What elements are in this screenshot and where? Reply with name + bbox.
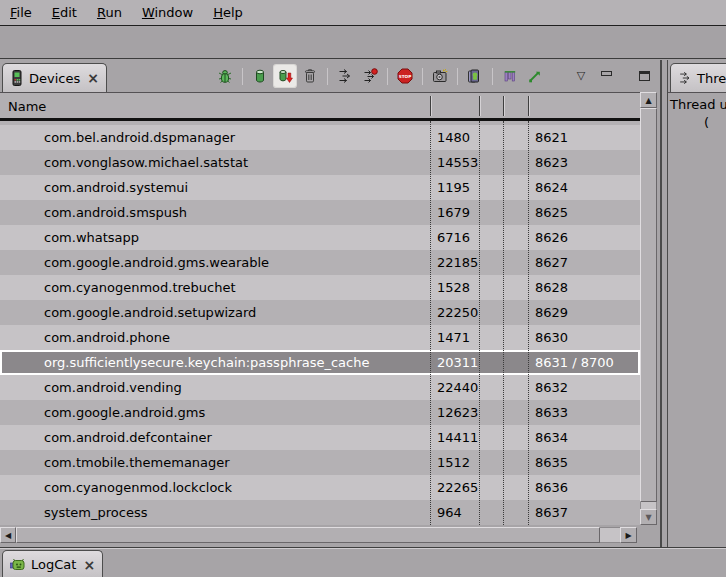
toolbar-separator [327, 68, 328, 85]
threads-message-line2: ( [704, 115, 709, 130]
table-row[interactable]: com.cyanogenmod.lockclock222658636 [0, 475, 640, 500]
cell-name: com.android.defcontainer [44, 425, 212, 450]
network-arrow-icon[interactable] [526, 67, 544, 85]
table-row[interactable]: com.google.android.gms.wearable221858627 [0, 250, 640, 275]
toolbar-strip [0, 27, 726, 59]
table-row[interactable]: com.bel.android.dspmanager14808621 [0, 125, 640, 150]
cell-name: com.android.smspush [44, 200, 187, 225]
column-divider[interactable] [479, 96, 480, 116]
column-divider[interactable] [528, 96, 529, 116]
cell-name: com.bel.android.dspmanager [44, 125, 235, 150]
cell-pid: 964 [437, 500, 462, 525]
cell-pid: 22185 [437, 250, 478, 275]
cell-pid: 14553 [437, 150, 478, 175]
panel-sash[interactable] [660, 60, 668, 547]
cell-port: 8621 [535, 125, 568, 150]
svg-text:STOP: STOP [399, 74, 412, 79]
cell-pid: 12623 [437, 400, 478, 425]
tab-threads-label: Threads [697, 71, 726, 86]
menu-help[interactable]: Help [203, 1, 253, 25]
horizontal-scrollbar[interactable]: ◀ ▶ [0, 527, 637, 543]
tab-logcat[interactable]: LogCat × [2, 550, 103, 577]
threads-message-line1: Thread up [670, 97, 726, 112]
maximize-icon[interactable] [635, 67, 653, 85]
cell-name: com.cyanogenmod.trebuchet [44, 275, 236, 300]
column-header-name[interactable]: Name [8, 95, 46, 118]
scroll-down-icon[interactable]: ▼ [640, 509, 657, 525]
column-divider[interactable] [503, 96, 504, 116]
table-row[interactable]: com.tmobile.thememanager15128635 [0, 450, 640, 475]
update-heap-icon[interactable] [251, 67, 269, 85]
cell-pid: 1471 [437, 325, 470, 350]
table-row[interactable]: com.android.systemui11958624 [0, 175, 640, 200]
logcat-icon [10, 558, 26, 572]
cell-pid: 1512 [437, 450, 470, 475]
cell-port: 8623 [535, 150, 568, 175]
menu-run[interactable]: Run [87, 1, 132, 25]
minimize-icon[interactable] [597, 67, 615, 85]
scroll-left-icon[interactable]: ◀ [0, 527, 16, 543]
tab-devices-label: Devices [29, 71, 80, 86]
close-icon[interactable]: × [87, 72, 99, 84]
vertical-scrollbar[interactable]: ▲ ▼ [640, 92, 657, 525]
table-row[interactable]: system_process9648637 [0, 500, 640, 525]
device-phone-icon [10, 70, 24, 86]
scroll-right-icon[interactable]: ▶ [620, 527, 637, 543]
cell-name: com.whatsapp [44, 225, 139, 250]
cell-port: 8628 [535, 275, 568, 300]
cell-pid: 22250 [437, 300, 478, 325]
cell-name: com.android.vending [44, 375, 182, 400]
update-threads-icon[interactable] [336, 67, 354, 85]
screen-capture-icon[interactable] [431, 67, 449, 85]
debug-process-icon[interactable] [216, 67, 234, 85]
cell-port: 8625 [535, 200, 568, 225]
stop-process-icon[interactable]: STOP [396, 67, 414, 85]
table-row[interactable]: com.android.smspush16798625 [0, 200, 640, 225]
scroll-up-icon[interactable]: ▲ [640, 92, 657, 108]
start-method-profiling-icon[interactable] [361, 67, 379, 85]
cell-pid: 6716 [437, 225, 470, 250]
view-menu-icon[interactable]: ▽ [572, 67, 590, 85]
cell-name: com.google.android.gms [44, 400, 205, 425]
cell-port: 8626 [535, 225, 568, 250]
tab-devices[interactable]: Devices × [2, 63, 107, 92]
column-divider[interactable] [430, 96, 431, 116]
scrollbar-thumb[interactable] [16, 527, 600, 543]
tab-threads[interactable]: Threads [670, 63, 726, 92]
dump-hprof-icon[interactable] [276, 67, 294, 85]
heap-bars-icon[interactable] [501, 67, 519, 85]
table-row[interactable]: com.google.android.setupwizard222508629 [0, 300, 640, 325]
table-row[interactable]: com.android.phone14718630 [0, 325, 640, 350]
device-screens-icon[interactable] [466, 67, 484, 85]
cell-port: 8629 [535, 300, 568, 325]
close-icon[interactable]: × [83, 559, 95, 571]
cell-name: com.android.phone [44, 325, 170, 350]
table-row[interactable]: com.whatsapp67168626 [0, 225, 640, 250]
cell-pid: 1679 [437, 200, 470, 225]
menu-window[interactable]: Window [132, 1, 203, 25]
table-row[interactable]: com.vonglasow.michael.satstat145538623 [0, 150, 640, 175]
table-row[interactable]: com.android.vending224408632 [0, 375, 640, 400]
table-row[interactable]: com.google.android.gms126238633 [0, 400, 640, 425]
eclipse-ddms-window: { "menu_bar": { "items": ["File", "Edit"… [0, 0, 726, 577]
cell-pid: 1480 [437, 125, 470, 150]
cause-gc-trash-icon[interactable] [301, 67, 319, 85]
device-table-body: com.bel.android.dspmanager14808621com.vo… [0, 121, 640, 525]
menu-file[interactable]: File [0, 1, 42, 25]
table-row[interactable]: com.android.defcontainer144118634 [0, 425, 640, 450]
toolbar-separator [387, 68, 388, 85]
toolbar-separator [457, 68, 458, 85]
table-row[interactable]: org.sufficientlysecure.keychain:passphra… [0, 350, 640, 375]
cell-pid: 1195 [437, 175, 470, 200]
table-row[interactable]: com.cyanogenmod.trebuchet15288628 [0, 275, 640, 300]
scrollbar-thumb[interactable] [640, 108, 657, 502]
cell-name: com.tmobile.thememanager [44, 450, 230, 475]
cell-name: org.sufficientlysecure.keychain:passphra… [44, 352, 369, 373]
cell-pid: 22265 [437, 475, 478, 500]
toolbar-separator [242, 68, 243, 85]
threads-view: Threads Thread up ( [668, 60, 726, 547]
devices-toolbar: STOP [216, 62, 653, 90]
cell-name: system_process [44, 500, 147, 525]
menu-edit[interactable]: Edit [42, 1, 87, 25]
cell-port: 8637 [535, 500, 568, 525]
